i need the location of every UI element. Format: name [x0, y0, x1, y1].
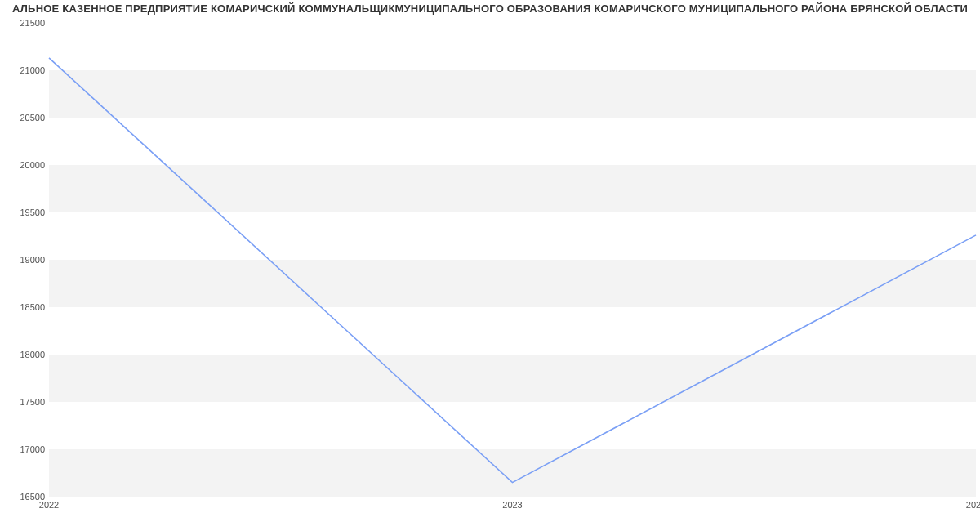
y-tick-label: 19000 [4, 255, 45, 265]
y-tick-label: 19500 [4, 207, 45, 217]
y-tick-label: 21000 [4, 65, 45, 75]
y-tick-label: 18000 [4, 350, 45, 359]
y-tick-label: 17500 [4, 397, 45, 407]
y-tick-label: 20500 [4, 113, 45, 123]
x-tick-label: 2022 [39, 500, 59, 510]
y-tick-label: 17000 [4, 444, 45, 454]
x-tick-label: 2024 [966, 500, 980, 510]
line-series [49, 23, 976, 497]
plot-area [49, 23, 976, 497]
x-tick-label: 2023 [502, 500, 522, 510]
y-tick-label: 18500 [4, 302, 45, 312]
y-tick-label: 21500 [4, 18, 45, 28]
chart-title: АЛЬНОЕ КАЗЕННОЕ ПРЕДПРИЯТИЕ КОМАРИЧСКИЙ … [0, 0, 980, 18]
y-tick-label: 20000 [4, 160, 45, 170]
